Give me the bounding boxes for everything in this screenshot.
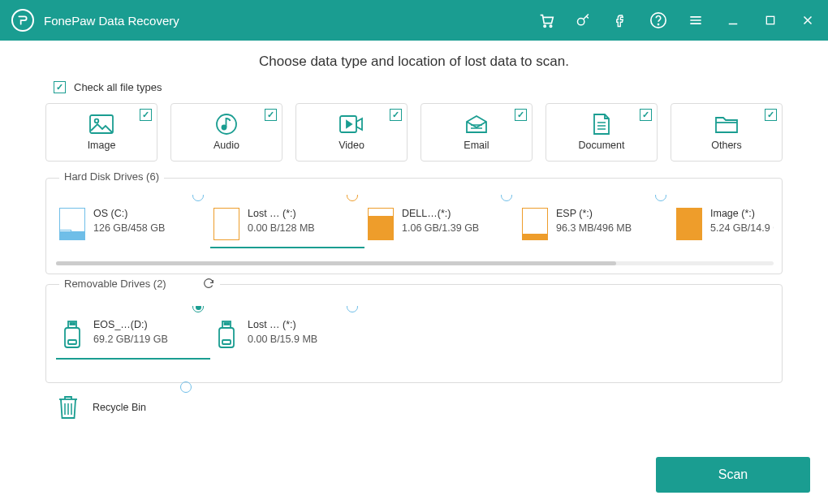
removable-drives-row: EOS_…(D:) 69.2 GB/119 GB Lost … (*:) 0.0… xyxy=(56,306,774,360)
type-check-others[interactable] xyxy=(765,109,777,121)
drive-icon: ⊞ xyxy=(59,208,85,240)
type-card-audio[interactable]: Audio xyxy=(170,103,282,162)
drive-radio[interactable] xyxy=(347,306,358,312)
drive-esp[interactable]: ESP (*:) 96.3 MB/496 MB xyxy=(519,195,673,248)
hdd-scrollbar[interactable] xyxy=(56,261,774,265)
type-card-others[interactable]: Others xyxy=(671,103,783,162)
type-label: Document xyxy=(579,140,625,151)
check-all-label: Check all file types xyxy=(74,81,162,93)
type-card-image[interactable]: Image xyxy=(45,103,157,162)
drive-radio[interactable] xyxy=(501,195,512,201)
drive-name: EOS_…(D:) xyxy=(93,319,168,330)
svg-point-7 xyxy=(95,119,99,123)
recycle-bin-label: Recycle Bin xyxy=(93,402,146,413)
app-logo-icon xyxy=(11,9,34,32)
check-all-row[interactable]: Check all file types xyxy=(54,81,783,93)
removable-header: Removable Drives (2) xyxy=(59,277,220,290)
drive-name: ESP (*:) xyxy=(556,208,632,219)
svg-rect-17 xyxy=(225,323,226,325)
drive-size: 96.3 MB/496 MB xyxy=(556,222,632,234)
type-label: Video xyxy=(339,140,364,151)
hdd-drives-row: ⊞ OS (C:) 126 GB/458 GB Lost … (*:) xyxy=(56,195,774,248)
folder-icon xyxy=(714,114,739,135)
svg-point-0 xyxy=(544,25,546,27)
drive-size: 0.00 B/15.9 MB xyxy=(248,334,317,345)
type-label: Others xyxy=(711,140,742,151)
drive-lost-1[interactable]: Lost … (*:) 0.00 B/128 MB xyxy=(210,195,364,248)
removable-header-text: Removable Drives (2) xyxy=(64,278,166,290)
drive-size: 0.00 B/128 MB xyxy=(248,222,315,234)
drive-size: 126 GB/458 GB xyxy=(93,222,165,234)
app-title: FonePaw Data Recovery xyxy=(44,14,179,28)
type-check-audio[interactable] xyxy=(265,109,277,121)
image-icon xyxy=(89,114,114,135)
key-icon[interactable] xyxy=(575,11,593,29)
check-all-checkbox[interactable] xyxy=(54,81,66,93)
drive-dell[interactable]: DELL…(*:) 1.06 GB/1.39 GB xyxy=(364,195,519,248)
os-badge-icon: ⊞ xyxy=(60,230,71,239)
drive-lost-removable[interactable]: Lost … (*:) 0.00 B/15.9 MB xyxy=(210,306,364,360)
drive-size: 1.06 GB/1.39 GB xyxy=(402,222,479,234)
document-icon xyxy=(589,114,614,135)
drive-name: Lost … (*:) xyxy=(248,208,315,219)
type-card-video[interactable]: Video xyxy=(295,103,408,162)
email-icon xyxy=(464,114,489,135)
minimize-icon[interactable] xyxy=(724,11,742,29)
type-check-video[interactable] xyxy=(390,109,402,121)
svg-rect-13 xyxy=(73,323,75,325)
usb-icon xyxy=(59,319,85,351)
menu-icon[interactable] xyxy=(687,11,705,29)
refresh-icon[interactable] xyxy=(202,277,215,290)
svg-rect-12 xyxy=(71,323,72,325)
audio-icon xyxy=(214,114,239,135)
type-check-image[interactable] xyxy=(140,109,152,121)
drive-radio[interactable] xyxy=(192,306,204,312)
maximize-icon[interactable] xyxy=(761,11,779,29)
drive-os-c[interactable]: ⊞ OS (C:) 126 GB/458 GB xyxy=(56,195,210,248)
type-label: Audio xyxy=(213,140,239,151)
cart-icon[interactable] xyxy=(537,11,555,29)
logo-area: FonePaw Data Recovery xyxy=(11,9,179,32)
drive-icon xyxy=(213,208,239,240)
trash-icon xyxy=(55,393,81,422)
drive-eos-d[interactable]: EOS_…(D:) 69.2 GB/119 GB xyxy=(56,306,210,360)
facebook-icon[interactable] xyxy=(612,11,630,29)
usb-icon xyxy=(213,319,239,351)
type-check-document[interactable] xyxy=(640,109,652,121)
main-content: Choose data type and location of lost da… xyxy=(0,41,828,430)
svg-rect-18 xyxy=(227,323,229,325)
recycle-radio[interactable] xyxy=(180,381,192,393)
drive-name: OS (C:) xyxy=(93,208,165,219)
svg-point-2 xyxy=(578,19,584,25)
drive-icon xyxy=(676,208,702,240)
drive-icon xyxy=(522,208,548,240)
hdd-section: Hard Disk Drives (6) ⊞ OS (C:) 126 GB/45… xyxy=(45,178,783,274)
recycle-bin-item[interactable]: Recycle Bin xyxy=(55,393,783,422)
drive-name: Lost … (*:) xyxy=(248,319,317,330)
type-check-email[interactable] xyxy=(515,109,527,121)
drive-radio[interactable] xyxy=(655,195,666,201)
titlebar-actions xyxy=(537,11,817,29)
type-label: Email xyxy=(464,140,489,151)
svg-point-1 xyxy=(550,25,551,27)
type-label: Image xyxy=(88,140,116,151)
drive-name: DELL…(*:) xyxy=(402,208,479,219)
titlebar: FonePaw Data Recovery xyxy=(0,0,828,41)
type-card-document[interactable]: Document xyxy=(546,103,658,162)
drive-radio[interactable] xyxy=(192,195,204,201)
close-icon[interactable] xyxy=(799,11,817,29)
scan-button[interactable]: Scan xyxy=(656,457,810,493)
drive-image[interactable]: Image (*:) 5.24 GB/14.9 GB xyxy=(673,195,774,248)
instructions-text: Choose data type and location of lost da… xyxy=(45,54,783,70)
type-card-email[interactable]: Email xyxy=(420,103,533,162)
removable-section: Removable Drives (2) EOS_…(D:) 69.2 GB/1… xyxy=(45,284,783,383)
svg-rect-15 xyxy=(68,340,76,344)
hdd-header: Hard Disk Drives (6) xyxy=(59,170,164,183)
video-icon xyxy=(339,114,364,135)
svg-point-4 xyxy=(658,24,658,24)
svg-rect-20 xyxy=(222,340,231,344)
drive-radio[interactable] xyxy=(347,195,358,201)
help-icon[interactable] xyxy=(649,11,667,29)
drive-name: Image (*:) xyxy=(710,208,774,219)
drive-icon xyxy=(368,208,394,240)
